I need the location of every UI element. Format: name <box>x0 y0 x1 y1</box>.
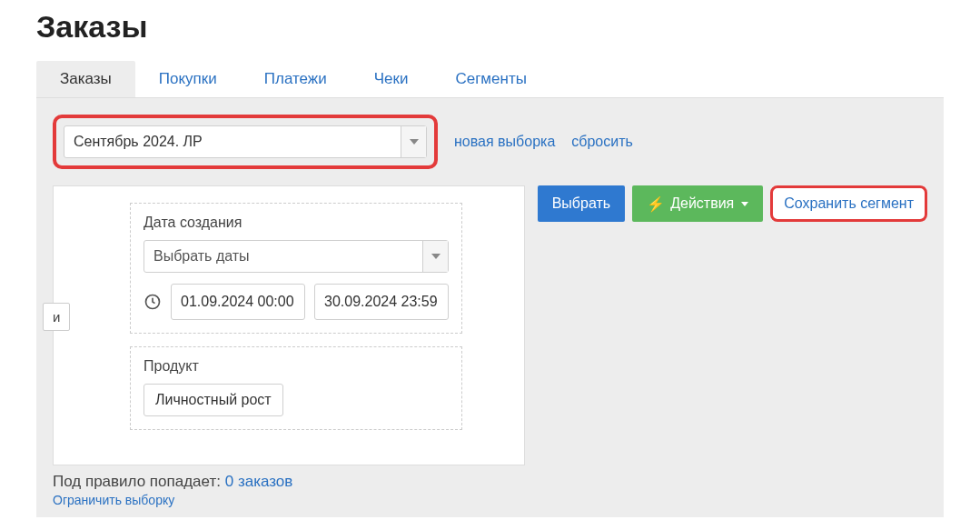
rules-panel: и Дата создания Выбрать даты <box>53 185 525 465</box>
reset-link[interactable]: сбросить <box>571 134 633 150</box>
tab-segments[interactable]: Сегменты <box>431 61 549 97</box>
actions-menu-button[interactable]: ⚡ Действия <box>632 185 763 222</box>
rule-product-label: Продукт <box>144 358 449 375</box>
page-title: Заказы <box>36 9 944 45</box>
summary-prefix: Под правило попадает: <box>53 473 225 490</box>
date-preset-select[interactable]: Выбрать даты <box>144 240 449 273</box>
save-segment-button[interactable]: Сохранить сегмент <box>770 185 927 222</box>
tab-purchases[interactable]: Покупки <box>135 61 241 97</box>
product-value-tag[interactable]: Личностный рост <box>144 384 283 416</box>
tab-receipts[interactable]: Чеки <box>351 61 432 97</box>
date-preset-value: Выбрать даты <box>144 241 422 272</box>
clock-icon <box>144 293 162 311</box>
summary-text: Под правило попадает: 0 заказов <box>53 473 927 491</box>
summary-count: 0 заказов <box>225 473 293 490</box>
segment-select-highlight: Сентябрь 2024. ЛР <box>53 115 438 169</box>
segment-select[interactable]: Сентябрь 2024. ЛР <box>64 125 427 158</box>
select-button[interactable]: Выбрать <box>538 185 625 222</box>
tabs-nav: Заказы Покупки Платежи Чеки Сегменты <box>36 61 944 98</box>
tab-payments[interactable]: Платежи <box>241 61 351 97</box>
date-from-input[interactable]: 01.09.2024 00:00 <box>171 284 305 320</box>
actions-menu-label: Действия <box>670 195 734 212</box>
segment-select-value: Сентябрь 2024. ЛР <box>64 126 401 157</box>
chevron-down-icon <box>401 126 426 157</box>
filter-panel: Сентябрь 2024. ЛР новая выборка сбросить… <box>36 98 944 517</box>
caret-down-icon <box>741 202 748 206</box>
chevron-down-icon <box>422 241 448 272</box>
rule-product: Продукт Личностный рост <box>130 346 462 430</box>
actions-column: Выбрать ⚡ Действия Сохранить сегмент <box>538 185 927 222</box>
bolt-icon: ⚡ <box>647 195 665 213</box>
limit-selection-link[interactable]: Ограничить выборку <box>53 493 174 507</box>
new-selection-link[interactable]: новая выборка <box>454 134 555 150</box>
date-to-input[interactable]: 30.09.2024 23:59 <box>314 284 449 320</box>
tab-orders[interactable]: Заказы <box>36 61 135 97</box>
conjunction-badge: и <box>43 303 70 331</box>
rule-date-created: Дата создания Выбрать даты 01.09.2024 00… <box>130 203 462 334</box>
rule-date-label: Дата создания <box>144 215 449 231</box>
